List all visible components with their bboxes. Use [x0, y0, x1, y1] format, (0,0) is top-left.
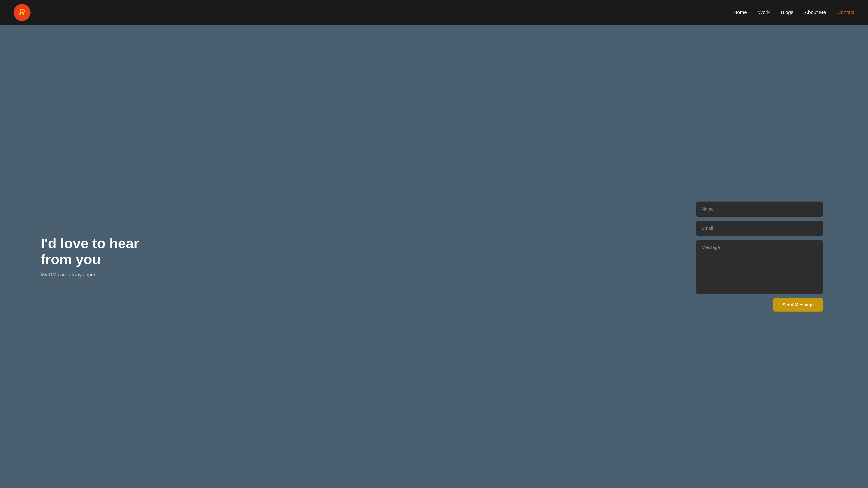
headline: I'd love to hear from you: [41, 235, 154, 267]
message-input[interactable]: [696, 240, 823, 294]
email-input[interactable]: [696, 221, 823, 236]
nav-link-blogs[interactable]: Blogs: [781, 9, 794, 15]
left-section: I'd love to hear from you My DMs are alw…: [41, 235, 154, 278]
nav-link-work[interactable]: Work: [758, 9, 770, 15]
nav-link-contact[interactable]: Contact: [837, 9, 855, 15]
subtext: My DMs are always open: [41, 272, 154, 278]
main-content: I'd love to hear from you My DMs are alw…: [0, 25, 868, 488]
send-message-button[interactable]: Send Message: [773, 298, 823, 312]
submit-row: Send Message: [696, 298, 823, 312]
contact-form: Send Message: [696, 201, 823, 312]
nav-link-home[interactable]: Home: [734, 9, 747, 15]
logo-letter: R: [19, 8, 25, 18]
navbar: R HomeWorkBlogsAbout MeContact: [0, 0, 868, 25]
logo[interactable]: R: [13, 4, 31, 21]
name-input[interactable]: [696, 201, 823, 217]
nav-link-about-me[interactable]: About Me: [805, 9, 826, 15]
nav-links: HomeWorkBlogsAbout MeContact: [734, 9, 855, 15]
